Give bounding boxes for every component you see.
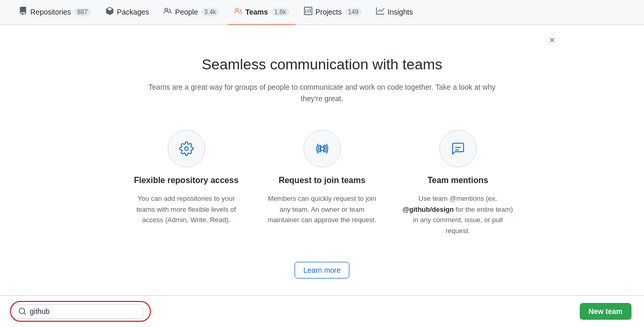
nav-label-projects: Projects	[315, 8, 342, 16]
nav-item-people[interactable]: People 3.4k	[157, 0, 225, 25]
hero-subtitle: Teams are a great way for groups of peop…	[139, 81, 505, 105]
feature-title-request: Request to join teams	[278, 176, 365, 185]
feature-desc-request: Members can quickly request to join any …	[265, 193, 380, 226]
nav-badge-people: 3.4k	[201, 8, 219, 16]
nav-label-repositories: Repositories	[30, 8, 71, 16]
repositories-icon	[19, 7, 27, 17]
packages-icon	[106, 7, 114, 17]
comment-icon	[451, 141, 465, 156]
nav-item-insights[interactable]: Insights	[370, 0, 419, 25]
search-input[interactable]	[30, 307, 137, 316]
nav-item-repositories[interactable]: Repositories 887	[13, 0, 97, 25]
feature-title-mentions: Team mentions	[427, 176, 488, 185]
feature-desc-flexible: You can add repositories to your teams w…	[129, 193, 244, 226]
nav-badge-projects: 149	[345, 8, 361, 16]
bottom-bar: New team	[0, 295, 644, 327]
svg-point-0	[320, 147, 324, 150]
nav-bar: Repositories 887 Packages People 3.4k Te…	[0, 0, 644, 25]
nav-item-packages[interactable]: Packages	[99, 0, 155, 25]
broadcast-icon	[315, 141, 330, 156]
feature-card-request-to-join: Request to join teams Members can quickl…	[265, 130, 380, 237]
teams-icon	[234, 7, 242, 17]
nav-badge-repositories: 887	[74, 8, 91, 16]
nav-item-teams[interactable]: Teams 1.6k	[228, 0, 296, 25]
gear-icon	[179, 141, 194, 156]
nav-label-insights: Insights	[388, 8, 413, 16]
hero-title: Seamless communication with teams	[202, 56, 442, 73]
search-icon	[18, 307, 27, 316]
close-button[interactable]: ×	[547, 33, 557, 47]
main-content: × Seamless communication with teams Team…	[87, 25, 557, 320]
people-icon	[163, 7, 172, 17]
feature-card-team-mentions: Team mentions Use team @mentions (ex. @g…	[401, 130, 516, 237]
feature-card-flexible-repository-access: Flexible repository access You can add r…	[129, 130, 244, 237]
new-team-button[interactable]: New team	[580, 303, 631, 320]
nav-label-teams: Teams	[245, 8, 268, 16]
feature-icon-mentions	[439, 130, 477, 167]
feature-icon-request	[303, 130, 341, 167]
nav-badge-teams: 1.6k	[271, 8, 289, 16]
nav-label-people: People	[175, 8, 198, 16]
nav-label-packages: Packages	[117, 8, 149, 16]
features-row: Flexible repository access You can add r…	[108, 130, 536, 237]
search-input-wrap	[13, 304, 143, 319]
insights-icon	[376, 7, 384, 17]
search-wrapper	[13, 304, 143, 319]
feature-title-flexible: Flexible repository access	[134, 176, 238, 185]
feature-icon-flexible	[168, 130, 205, 167]
learn-more-button[interactable]: Learn more	[295, 262, 350, 278]
projects-icon	[304, 7, 312, 17]
feature-desc-mentions: Use team @mentions (ex. @github/design f…	[401, 193, 516, 237]
nav-item-projects[interactable]: Projects 149	[298, 0, 368, 25]
